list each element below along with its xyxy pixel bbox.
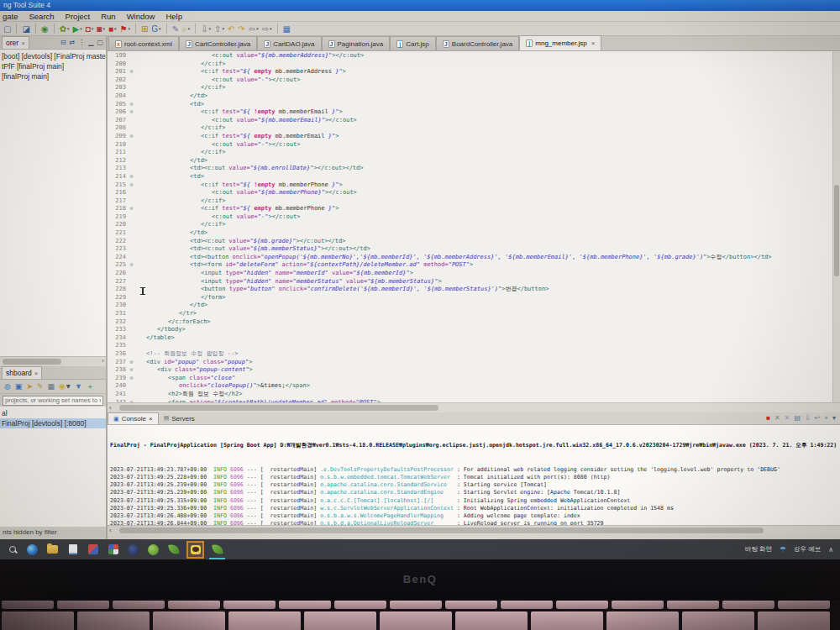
fold-marker-icon[interactable]: ⊖ [128, 108, 135, 117]
editor-tab-Pagination.java[interactable]: JPagination.java [322, 36, 391, 50]
console-tab-servers[interactable]: ▤Servers [159, 412, 200, 424]
menu-gate[interactable]: gate [3, 12, 18, 21]
tree-item[interactable]: [finalProj main] [0, 71, 106, 81]
tree-item[interactable]: tPfF [finalProj main] [0, 61, 106, 71]
project-explorer-tree[interactable]: [boot] [devtools] [FinalProj mastetPfF [… [0, 50, 106, 356]
code-editor[interactable]: 199<c:out value="${mb.memberAddress}"></… [108, 51, 840, 402]
scrollbar-thumb[interactable] [119, 405, 438, 411]
editor-hscrollbar[interactable]: ‹ [108, 402, 840, 412]
fold-marker-icon[interactable]: ⊖ [128, 359, 135, 367]
menu-help[interactable]: Help [165, 12, 182, 21]
weather-label[interactable]: 강우 예보 [794, 545, 821, 554]
toolbar-run-icon[interactable]: ▶▾ [72, 23, 83, 34]
fold-marker-icon[interactable]: ⊖ [128, 205, 135, 213]
toolbar-search-icon[interactable]: ⌕▾ [181, 23, 191, 34]
explorer-maximize-icon[interactable]: ▢ [96, 37, 104, 49]
menu-window[interactable]: Window [127, 12, 155, 21]
toolbar-new-window-icon[interactable]: ▢ [3, 23, 12, 34]
taskbar-icon-spring-active[interactable] [210, 543, 224, 557]
editor-tab-CartDAO.java[interactable]: JCartDAO.java [257, 36, 321, 50]
dashboard-open-config-icon[interactable]: ✎ [36, 381, 45, 392]
fold-marker-icon[interactable]: ⊖ [128, 68, 135, 76]
dropdown-arrow-icon[interactable]: ▾ [128, 26, 130, 31]
console-hscrollbar[interactable]: ‹ [108, 525, 840, 535]
dashboard-open-properties-icon[interactable]: ▦ [46, 381, 55, 392]
scroll-left-arrow-icon[interactable]: ‹ [109, 527, 112, 534]
dropdown-arrow-icon[interactable]: ▾ [188, 26, 191, 31]
scrollbar-thumb[interactable] [834, 185, 839, 276]
toolbar-profile-icon[interactable]: ◙▾ [96, 23, 106, 34]
window-titlebar[interactable]: ng Tool Suite 4 [0, 0, 840, 11]
editor-tab-mng_member.jsp[interactable]: jmng_member.jsp× [519, 35, 601, 50]
toolbar-annotation-prev-icon[interactable]: ⇧▾ [213, 23, 225, 34]
taskbar-icon-notepad[interactable] [66, 543, 80, 557]
editor-tab-CartController.java[interactable]: JCartController.java [179, 36, 257, 50]
toolbar-new-java-package-icon[interactable]: ⊞ [140, 23, 149, 34]
toolbar-stop-icon[interactable]: ■▾ [108, 23, 118, 34]
fold-marker-icon[interactable]: ⊖ [128, 261, 135, 270]
dropdown-arrow-icon[interactable]: ▾ [67, 26, 70, 31]
fold-marker-icon[interactable]: ⊖ [128, 173, 135, 181]
menu-project[interactable]: Project [66, 12, 91, 21]
editor-vscrollbar[interactable] [832, 51, 840, 402]
toolbar-debug-icon[interactable]: ✿▾ [59, 23, 71, 34]
dropdown-arrow-icon[interactable]: ▾ [66, 381, 71, 391]
tab-boot-dashboard[interactable]: shboard × [2, 366, 42, 379]
console-scroll-lock-icon[interactable]: ⇩ [804, 412, 811, 424]
console-display-selected-console-icon[interactable]: ▾ [832, 412, 837, 424]
close-icon[interactable]: × [149, 415, 153, 423]
toolbar-relaunch-icon[interactable]: ⚑▾ [118, 23, 130, 34]
desktop-label[interactable]: 바탕 화면 [745, 545, 772, 554]
editor-tab-root-context.xml[interactable]: xroot-context.xml [108, 36, 179, 50]
toolbar-open-resource-icon[interactable]: ✎ [171, 23, 180, 34]
taskbar-icon-kakaotalk[interactable] [186, 541, 204, 559]
scroll-left-arrow-icon[interactable]: ‹ [109, 404, 112, 412]
editor-tab-Cart.jsp[interactable]: jCart.jsp [390, 36, 436, 50]
taskbar-icon-app-red[interactable] [86, 543, 100, 557]
scroll-right-arrow-icon[interactable]: › [102, 357, 104, 365]
dropdown-arrow-icon[interactable]: ▾ [92, 26, 94, 31]
menu-search[interactable]: Search [29, 12, 55, 21]
console-remove-all-launches-icon[interactable]: ✕ [784, 412, 791, 424]
taskbar-icon-edge[interactable] [25, 543, 39, 557]
console-clear-console-icon[interactable]: ▤ [794, 412, 802, 424]
toolbar-coverage-icon[interactable]: ◘▾ [85, 23, 95, 34]
tab-project-explorer[interactable]: orer × [2, 36, 29, 49]
dashboard-item[interactable]: FinalProj [devtools] [:8080] [0, 418, 106, 428]
explorer-view-menu-icon[interactable]: ⋮ [77, 37, 86, 49]
dashboard-jmx-tag-icon[interactable]: ➤ [25, 381, 34, 392]
dropdown-arrow-icon[interactable]: ▾ [256, 26, 259, 31]
dashboard-filter-icon[interactable]: ▼ [74, 381, 83, 392]
taskbar-icon-sts[interactable] [166, 543, 181, 557]
fold-marker-icon[interactable]: ⊖ [128, 366, 135, 375]
console-tab-console[interactable]: ▣Console× [108, 412, 159, 424]
taskbar-icon-search[interactable] [5, 543, 19, 557]
dashboard-add-launch-icon[interactable]: ＋ [86, 381, 95, 392]
dropdown-arrow-icon[interactable]: ▾ [80, 26, 82, 31]
fold-marker-icon[interactable]: ⊖ [128, 133, 135, 141]
toolbar-boot-dashboard-icon[interactable]: ◉ [40, 23, 50, 34]
toolbar-forward-edit-icon[interactable]: ↷ [237, 23, 245, 34]
tree-hscrollbar[interactable]: › [0, 356, 106, 366]
close-icon[interactable]: × [591, 39, 596, 47]
taskbar-icon-dbeaver[interactable] [126, 543, 140, 557]
toolbar-annotation-next-icon[interactable]: ⇩▾ [200, 23, 212, 34]
tree-item[interactable]: [boot] [devtools] [FinalProj maste [0, 51, 106, 61]
taskbar-icon-explorer[interactable] [45, 543, 60, 557]
console-remove-launch-icon[interactable]: ✕ [774, 412, 781, 424]
dropdown-arrow-icon[interactable]: ▾ [159, 26, 161, 31]
toolbar-forward-history-icon[interactable]: ⇨▾ [261, 23, 273, 34]
dropdown-arrow-icon[interactable]: ▾ [102, 26, 105, 31]
explorer-minimize-icon[interactable]: ▁ [87, 37, 94, 49]
explorer-link-with-editor-icon[interactable]: ⇄ [69, 37, 76, 49]
dropdown-arrow-icon[interactable]: ▾ [222, 26, 224, 31]
toolbar-perspective-icon[interactable]: ▦ [282, 23, 291, 34]
tray-chevron-icon[interactable]: ∧ [828, 546, 833, 554]
dropdown-arrow-icon[interactable]: ▾ [209, 26, 212, 31]
dropdown-arrow-icon[interactable]: ▾ [114, 26, 117, 31]
close-icon[interactable]: × [21, 39, 25, 47]
dropdown-arrow-icon[interactable]: ▾ [270, 26, 272, 31]
scrollbar-thumb[interactable] [119, 528, 764, 533]
dashboard-open-console-icon[interactable]: ▣ [14, 381, 24, 392]
menu-run[interactable]: Run [101, 12, 115, 21]
